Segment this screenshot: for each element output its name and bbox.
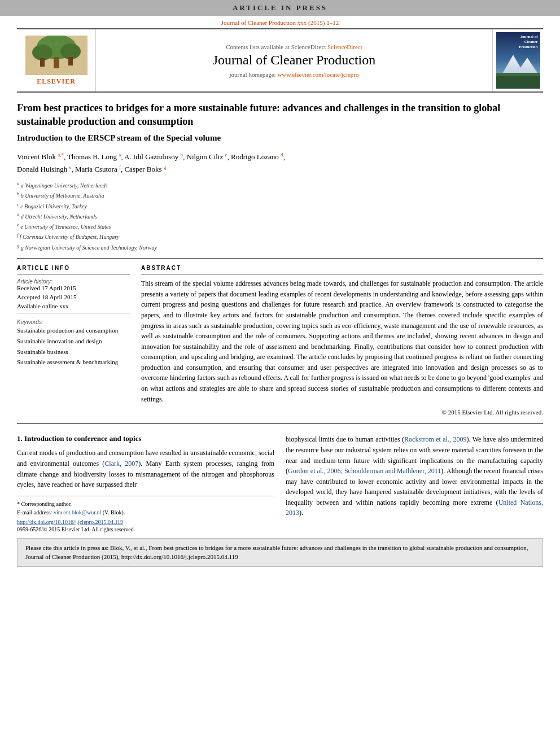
keyword-3: Sustainable business: [17, 347, 130, 357]
elsevier-wordmark: ELSEVIER: [37, 77, 76, 86]
un2013-link[interactable]: United Nations, 2013: [286, 499, 543, 517]
abstract-column: ABSTRACT This stream of the special volu…: [141, 265, 543, 417]
authors-line: Vincent Blok a,*, Thomas B. Long a, A. I…: [17, 151, 543, 176]
keywords-section: Keywords: Sustainable production and con…: [17, 319, 130, 368]
accepted-date: Accepted 18 April 2015: [17, 294, 130, 300]
gordon-link[interactable]: Gordon et al., 2006; Schoolderman and Ma…: [288, 467, 441, 475]
info-divider-1: [17, 274, 130, 275]
article-in-press-banner: ARTICLE IN PRESS: [0, 0, 560, 16]
keyword-1: Sustainable production and consumption: [17, 325, 130, 336]
info-abstract-section: ARTICLE INFO Article history: Received 1…: [17, 265, 543, 417]
body-right-column: biophysical limits due to human activiti…: [286, 434, 543, 532]
email-link[interactable]: vincent.blok@wur.nl: [54, 509, 101, 516]
abstract-text: This stream of the special volume addres…: [141, 278, 543, 417]
svg-rect-6: [68, 57, 73, 65]
email-footnote: E-mail address: vincent.blok@wur.nl (V. …: [17, 508, 274, 517]
journal-link-bar: Journal of Cleaner Production xxx (2015)…: [0, 16, 560, 28]
body-divider: [17, 423, 543, 424]
clark2007-link[interactable]: Clark, 2007: [104, 460, 138, 468]
journal-cover: Journal ofCleanerProduction: [492, 29, 543, 91]
sciencedirect-link: Contents lists available at ScienceDirec…: [226, 43, 362, 50]
keywords-list: Sustainable production and consumption S…: [17, 325, 130, 368]
section-divider: [17, 258, 543, 259]
svg-point-4: [60, 43, 81, 59]
svg-point-3: [32, 45, 53, 60]
citation-bar: Please cite this article in press as: Bl…: [17, 538, 543, 567]
abstract-divider: [141, 274, 543, 275]
body-content: 1. Introduction to conference and topics…: [17, 434, 543, 532]
rockstrom-link[interactable]: Rockstrom et al., 2009: [404, 435, 466, 443]
section1-paragraph1: Current modes of production and consumpt…: [17, 448, 274, 490]
journal-volume-text: Journal of Cleaner Production xxx (2015)…: [221, 19, 339, 26]
body-left-column: 1. Introduction to conference and topics…: [17, 434, 274, 532]
footnotes-section: * Corresponding author. E-mail address: …: [17, 496, 274, 532]
section1-title: 1. Introduction to conference and topics: [17, 434, 274, 443]
section1-paragraph2: biophysical limits due to human activiti…: [286, 434, 543, 518]
journal-title: Journal of Cleaner Production: [213, 53, 376, 68]
info-divider-2: [17, 313, 130, 313]
article-info-column: ARTICLE INFO Article history: Received 1…: [17, 265, 130, 417]
elsevier-logo-image: [25, 36, 88, 75]
svg-rect-11: [496, 76, 540, 89]
sciencedirect-anchor[interactable]: ScienceDirect: [327, 43, 362, 50]
article-title: From best practices to bridges for a mor…: [17, 101, 543, 129]
journal-cover-image: Journal ofCleanerProduction: [496, 32, 540, 89]
main-content: From best practices to bridges for a mor…: [0, 93, 560, 747]
affiliations: a a Wageningen University, Netherlands b…: [17, 180, 543, 252]
keyword-4: Sustainable assessment & benchmarking: [17, 357, 130, 368]
history-label: Article history:: [17, 278, 130, 285]
elsevier-logo: ELSEVIER: [17, 29, 96, 91]
journal-header: ELSEVIER Contents lists available at Sci…: [17, 28, 543, 93]
svg-rect-2: [54, 57, 59, 68]
available-online: Available online xxx: [17, 303, 130, 309]
abstract-header: ABSTRACT: [141, 265, 543, 271]
article-subtitle: Introduction to the ERSCP stream of the …: [17, 133, 543, 143]
cover-title: Journal ofCleanerProduction: [519, 34, 537, 50]
svg-rect-5: [40, 58, 45, 67]
keywords-label: Keywords:: [17, 319, 130, 325]
keyword-2: Sustainable innovation and design: [17, 336, 130, 347]
issn-text: 0959-6526/© 2015 Elsevier Ltd. All right…: [17, 526, 274, 532]
received-date: Received 17 April 2015: [17, 285, 130, 291]
journal-header-middle: Contents lists available at ScienceDirec…: [96, 29, 492, 91]
article-info-header: ARTICLE INFO: [17, 265, 130, 271]
homepage-url[interactable]: www.elsevier.com/locate/jclepro: [277, 71, 358, 78]
corresponding-author-note: * Corresponding author.: [17, 500, 274, 508]
journal-homepage: journal homepage: www.elsevier.com/locat…: [230, 71, 359, 78]
doi-link[interactable]: http://dx.doi.org/10.1016/j.jclepro.2015…: [17, 519, 274, 525]
copyright: © 2015 Elsevier Ltd. All rights reserved…: [141, 408, 543, 417]
